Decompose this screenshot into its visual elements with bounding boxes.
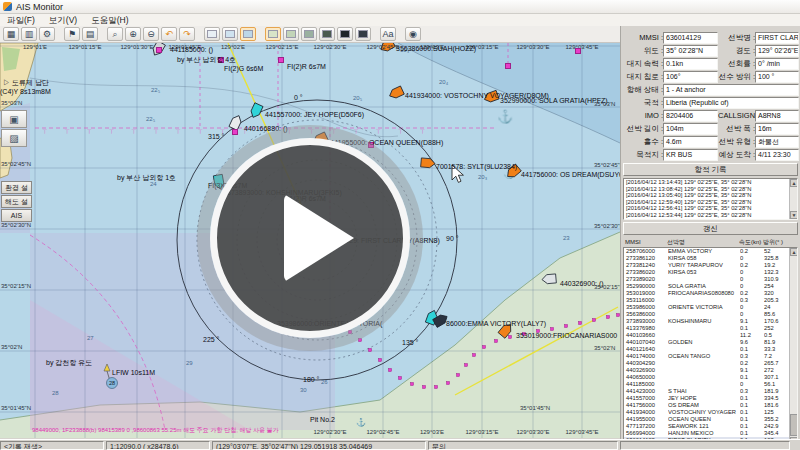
vessel-list-row[interactable]: 353986000ORIENTE VICTORIA024: [624, 304, 797, 311]
layer-shallow-button[interactable]: [283, 27, 299, 41]
zoom-out-button[interactable]: ⊖: [143, 27, 159, 41]
vessel-list[interactable]: 258706000EMMA VICTORY0.252273386120KIRSA…: [623, 247, 798, 446]
layer-black-button[interactable]: [337, 27, 353, 41]
buoy-icon[interactable]: [232, 129, 238, 135]
buoy-icon[interactable]: [505, 63, 511, 69]
pan-zoom-button[interactable]: ⌕: [107, 27, 123, 41]
chart-mode-dusk-button[interactable]: [222, 27, 238, 41]
report-button[interactable]: ▤: [82, 27, 98, 41]
scroll-down-icon[interactable]: ▼: [790, 211, 798, 219]
scroll-up-icon[interactable]: ▲: [790, 248, 798, 256]
menu-item-1[interactable]: 보기(V): [42, 14, 84, 26]
menu-item-0[interactable]: 파일(F): [0, 14, 42, 26]
chart-settings-button[interactable]: 해도 설정: [1, 195, 32, 208]
field-value[interactable]: 106°: [663, 71, 718, 83]
column-header[interactable]: 속도(kn): [739, 238, 763, 247]
layer-base-button[interactable]: [265, 27, 281, 41]
vessel-list-row[interactable]: 44010366011.20.5: [624, 332, 797, 339]
cell: VOSTOCHNIY VOYAGER: [668, 409, 740, 416]
vessel-list-row[interactable]: 4403042900.2265.7: [624, 360, 797, 367]
vessel-list-row[interactable]: 441423000S THAI0.3181.9: [624, 388, 797, 395]
vessel-list-row[interactable]: 441185000056.1: [624, 381, 797, 388]
layer-deep-button[interactable]: [355, 27, 371, 41]
column-header[interactable]: 방위(° ): [763, 238, 789, 247]
track-history-list[interactable]: [2016/04/12 13:14:43] 129° 02'25"E, 35° …: [623, 178, 798, 220]
vessel-list-row[interactable]: 353019000FRIOCANARIAS08080800.2320: [624, 290, 797, 297]
chart-label: 441185000: (): [170, 46, 213, 54]
field-value[interactable]: 636014129: [663, 32, 718, 44]
layer-dark-button[interactable]: [319, 27, 335, 41]
field-value[interactable]: 4.6m: [663, 136, 718, 148]
field-value[interactable]: 화물선: [755, 136, 799, 148]
menu-item-2[interactable]: 도움말(H): [84, 14, 135, 26]
vessel-list-row[interactable]: 4133769800.1252: [624, 325, 797, 332]
undo-button[interactable]: ↶: [161, 27, 177, 41]
cell: 440121640: [624, 346, 668, 353]
vessel-list-row[interactable]: 477137200SEAWORK 1210.1242.9: [624, 423, 797, 430]
open-data-button[interactable]: ▦: [3, 27, 19, 41]
vessel-list-row[interactable]: 4403269009.1272: [624, 367, 797, 374]
field-value[interactable]: 1 - At anchor: [663, 84, 799, 96]
buoy-icon[interactable]: [156, 47, 162, 53]
zoom-in-button[interactable]: ⊕: [125, 27, 141, 41]
vessel-list-row[interactable]: 352990000SOLA GRATIA0254: [624, 283, 797, 290]
env-settings-button[interactable]: 환경 설정: [1, 181, 32, 194]
chart-mode-night-button[interactable]: [240, 27, 256, 41]
track-scrollbar[interactable]: ▲ ▼: [789, 179, 797, 219]
vessel-list-row[interactable]: 258706000EMMA VICTORY0.252: [624, 248, 797, 255]
cell: 440174000: [624, 353, 668, 360]
buoy-icon[interactable]: [278, 57, 284, 63]
redo-button[interactable]: ↷: [179, 27, 195, 41]
field-value[interactable]: 0.1kn: [663, 58, 718, 70]
field-value[interactable]: 104m: [663, 123, 718, 135]
vessel-list-row[interactable]: 2733890200310.9: [624, 276, 797, 283]
column-header[interactable]: MMSI: [623, 239, 667, 245]
vessel-list-row[interactable]: 441934000VOSTOCHNIY VOYAGER0.1125: [624, 409, 797, 416]
vessel-list-row[interactable]: 441756000OS DREAM0.1181.6: [624, 402, 797, 409]
field-value[interactable]: 129° 02'26"E: [755, 45, 799, 57]
vessel-list-row[interactable]: 566994000HANJIN MEXICO0.1345.4: [624, 430, 797, 437]
scroll-up-icon[interactable]: ▲: [790, 179, 798, 187]
vessel-list-row[interactable]: 440174000OCEAN TANGO0.37.2: [624, 353, 797, 360]
vessel-list-row[interactable]: 356386000085.6: [624, 311, 797, 318]
field-value[interactable]: A8RN8: [755, 110, 799, 122]
play-button-overlay[interactable]: [210, 138, 410, 338]
text-size-button[interactable]: Aa: [380, 27, 396, 41]
vessel-list-row[interactable]: 273381240YURIY TARAPUROV0.219.2: [624, 262, 797, 269]
vessel-list-row[interactable]: 273386020KIRSA 0530132.3: [624, 269, 797, 276]
cell: 320: [764, 290, 790, 297]
display-setup-button[interactable]: ▥: [21, 27, 37, 41]
layer-contour-button[interactable]: [301, 27, 317, 41]
field-value[interactable]: 16m: [755, 123, 799, 135]
vessel-list-row[interactable]: 3531160000.3205.3: [624, 297, 797, 304]
ais-button[interactable]: AIS: [1, 209, 32, 222]
field-value[interactable]: KR BUS: [663, 149, 718, 161]
field-value[interactable]: 4/11 23:30: [755, 149, 799, 161]
field-value[interactable]: 0° /min: [755, 58, 799, 70]
field-value[interactable]: 35° 02'28"N: [663, 45, 718, 57]
chart-mode-day-button[interactable]: [204, 27, 220, 41]
buoy-icon[interactable]: [575, 48, 581, 54]
column-header[interactable]: 선박명: [667, 238, 739, 247]
screenshot-button[interactable]: ◉: [405, 27, 421, 41]
vessel-list-row[interactable]: 441955000OCEAN QUEEN0.1355.2: [624, 416, 797, 423]
vessel-list-row[interactable]: 4406500000.1307.1: [624, 374, 797, 381]
cell: 272: [764, 367, 790, 374]
settings-button[interactable]: ⚙: [39, 27, 55, 41]
field-value[interactable]: 100 °: [755, 71, 799, 83]
vessel-list-row[interactable]: 373893000KOHSHINMARU9.1170.6: [624, 318, 797, 325]
field-value[interactable]: FIRST CLARITY: [755, 32, 799, 44]
field-value[interactable]: Liberia (Republic of): [663, 97, 799, 109]
mini-layers-button[interactable]: ▨: [1, 129, 27, 147]
field-value[interactable]: 8204406: [663, 110, 718, 122]
vessel-list-row[interactable]: 4401216400.133.3: [624, 346, 797, 353]
vessel-list-row[interactable]: 273386120KIRSA 0580325.8: [624, 255, 797, 262]
vessel-list-scrollbar[interactable]: ▲ ▼: [789, 248, 797, 445]
mini-chart-button[interactable]: ▣: [1, 110, 27, 128]
toolbar-group: ⚑▤: [63, 27, 99, 41]
scrollbar-thumb[interactable]: [790, 414, 798, 436]
vessel-list-row[interactable]: 440107040GOLDEN9.681.9: [624, 339, 797, 346]
title-bar[interactable]: AIS Monitor: [0, 0, 800, 14]
vessel-list-row[interactable]: 441557000JEY HOPE0.1334.5: [624, 395, 797, 402]
bookmark-button[interactable]: ⚑: [64, 27, 80, 41]
